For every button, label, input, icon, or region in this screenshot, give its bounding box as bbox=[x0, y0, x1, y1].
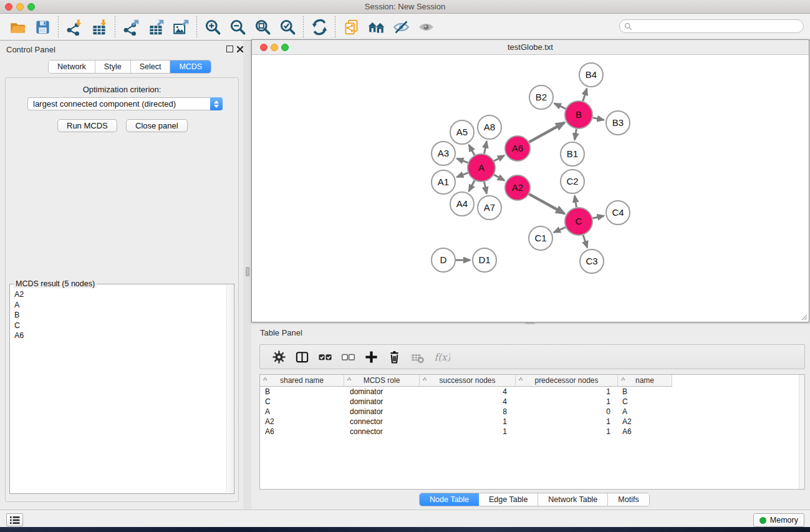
open-file-button[interactable] bbox=[5, 16, 30, 38]
node-B2[interactable]: B2 bbox=[529, 85, 553, 109]
import-table-button[interactable] bbox=[87, 16, 112, 38]
show-all-button[interactable] bbox=[413, 16, 438, 38]
edge-A-A4[interactable] bbox=[469, 180, 475, 191]
table-cell[interactable]: 8 bbox=[420, 407, 516, 417]
zoom-fit-button[interactable] bbox=[250, 16, 275, 38]
table-row[interactable]: Bdominator41B bbox=[260, 387, 804, 397]
table-row[interactable]: A2connector11A2 bbox=[260, 417, 804, 427]
result-list-scrollbar[interactable] bbox=[226, 285, 233, 493]
result-item[interactable]: C bbox=[11, 321, 226, 331]
select-all-checks-button[interactable] bbox=[314, 347, 337, 367]
export-table-button[interactable] bbox=[143, 16, 168, 38]
node-A3[interactable]: A3 bbox=[432, 142, 455, 165]
table-cell[interactable]: A6 bbox=[260, 427, 344, 437]
node-A[interactable]: A bbox=[468, 154, 495, 181]
node-A8[interactable]: A8 bbox=[478, 115, 501, 139]
refresh-layout-button[interactable] bbox=[307, 16, 332, 38]
tab-network-table[interactable]: Network Table bbox=[538, 493, 608, 506]
import-network-button[interactable] bbox=[62, 16, 87, 38]
table-cell[interactable]: A bbox=[260, 407, 344, 417]
table-cell[interactable]: 1 bbox=[516, 387, 618, 397]
first-neighbors-button[interactable] bbox=[364, 16, 388, 38]
table-cell[interactable]: A bbox=[618, 407, 672, 417]
edge-A2-C[interactable] bbox=[529, 194, 564, 213]
export-image-button[interactable] bbox=[168, 16, 193, 38]
zoom-in-button[interactable] bbox=[200, 16, 225, 38]
node-A5[interactable]: A5 bbox=[450, 120, 474, 144]
result-item[interactable]: A2 bbox=[11, 289, 226, 300]
table-cell[interactable]: A6 bbox=[618, 427, 672, 437]
table-cell[interactable]: A2 bbox=[260, 417, 344, 427]
close-panel-button[interactable]: Close panel bbox=[126, 119, 188, 132]
table-cell[interactable]: dominator bbox=[344, 407, 420, 417]
node-C[interactable]: C bbox=[565, 208, 592, 235]
tab-node-table[interactable]: Node Table bbox=[420, 493, 479, 506]
node-D[interactable]: D bbox=[432, 248, 455, 272]
node-A2[interactable]: A2 bbox=[505, 175, 530, 200]
column-header-shared-name[interactable]: shared name bbox=[260, 375, 344, 387]
result-item[interactable]: A6 bbox=[11, 331, 226, 341]
node-C4[interactable]: C4 bbox=[606, 201, 630, 225]
zoom-selected-button[interactable] bbox=[275, 16, 300, 38]
vertical-splitter-handle[interactable] bbox=[246, 267, 249, 276]
table-cell[interactable]: dominator bbox=[344, 397, 420, 407]
edge-A-A6[interactable] bbox=[494, 155, 504, 161]
edge-C-C2[interactable] bbox=[575, 196, 577, 208]
table-cell[interactable]: B bbox=[618, 387, 672, 397]
column-header-MCDS-role[interactable]: MCDS role bbox=[344, 375, 420, 387]
hide-selected-button[interactable] bbox=[388, 16, 413, 38]
table-cell[interactable]: B bbox=[260, 387, 344, 397]
table-cell[interactable]: 1 bbox=[516, 397, 618, 407]
tab-network[interactable]: Network bbox=[49, 60, 95, 73]
table-cell[interactable]: 1 bbox=[516, 417, 618, 427]
edge-C-C3[interactable] bbox=[583, 235, 587, 248]
deselect-all-checks-button[interactable] bbox=[337, 347, 360, 367]
node-A4[interactable]: A4 bbox=[450, 192, 474, 216]
edge-B-B3[interactable] bbox=[593, 118, 604, 120]
node-A7[interactable]: A7 bbox=[478, 196, 501, 220]
table-cell[interactable]: 1 bbox=[420, 427, 516, 437]
node-A1[interactable]: A1 bbox=[432, 170, 455, 194]
table-cell[interactable]: C bbox=[260, 397, 344, 407]
zoom-out-button[interactable] bbox=[225, 16, 250, 38]
column-header-predecessor-nodes[interactable]: predecessor nodes bbox=[516, 375, 618, 387]
tab-select[interactable]: Select bbox=[131, 60, 171, 73]
result-item[interactable]: A bbox=[11, 300, 226, 311]
table-cell[interactable]: 0 bbox=[516, 407, 618, 417]
edge-A-A7[interactable] bbox=[485, 182, 487, 194]
export-network-button[interactable] bbox=[118, 16, 143, 38]
table-row[interactable]: Cdominator41C bbox=[260, 397, 804, 407]
table-cell[interactable]: 1 bbox=[420, 417, 516, 427]
toggle-columns-button[interactable] bbox=[291, 347, 314, 367]
table-cell[interactable]: connector bbox=[344, 427, 420, 437]
table-cell[interactable]: A2 bbox=[618, 417, 672, 427]
edge-C-C4[interactable] bbox=[592, 216, 604, 218]
edge-A-A5[interactable] bbox=[469, 145, 475, 155]
mcds-result-list[interactable]: A2ABCA6 bbox=[11, 289, 226, 493]
node-A6[interactable]: A6 bbox=[505, 136, 530, 161]
node-C2[interactable]: C2 bbox=[561, 170, 584, 193]
edge-B-B2[interactable] bbox=[554, 104, 566, 109]
show-panels-button[interactable] bbox=[6, 513, 23, 526]
delete-column-button[interactable] bbox=[383, 347, 406, 367]
table-cell[interactable]: 4 bbox=[420, 397, 516, 407]
edge-B-B4[interactable] bbox=[583, 89, 587, 101]
column-header-name[interactable]: name bbox=[618, 375, 672, 387]
table-settings-button[interactable] bbox=[268, 347, 291, 367]
edge-A-A8[interactable] bbox=[485, 142, 487, 154]
memory-button[interactable]: Memory bbox=[753, 513, 804, 527]
column-header-successor-nodes[interactable]: successor nodes bbox=[420, 375, 516, 387]
import-public-network-button[interactable] bbox=[339, 16, 364, 38]
table-cell[interactable]: 1 bbox=[516, 427, 618, 437]
network-canvas[interactable]: AA1A3A4A5A7A8A6A2BB1B2B3B4CC1C2C3C4DD1 bbox=[252, 55, 809, 322]
criterion-select[interactable]: largest connected component (directed) bbox=[27, 97, 223, 110]
edge-B-B1[interactable] bbox=[575, 129, 577, 140]
edge-A-A3[interactable] bbox=[457, 158, 468, 163]
table-row[interactable]: Adominator80A bbox=[260, 407, 804, 417]
table-scrollbar[interactable] bbox=[799, 375, 804, 489]
edge-A-A1[interactable] bbox=[457, 173, 468, 177]
node-B[interactable]: B bbox=[565, 101, 592, 128]
node-C3[interactable]: C3 bbox=[580, 249, 604, 273]
search-field[interactable] bbox=[619, 19, 804, 33]
float-panel-icon[interactable] bbox=[226, 46, 233, 52]
